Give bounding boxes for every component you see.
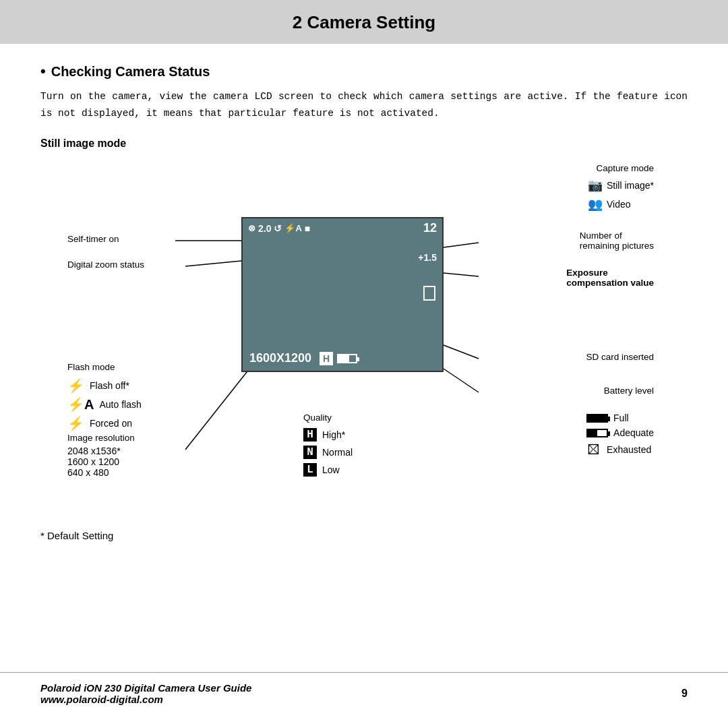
quality-low-label: Low (322, 464, 340, 475)
res2: 1600 x 1200 (67, 456, 135, 467)
number-remaining-label: Number of remaining pictures (580, 231, 654, 251)
number-of-label: Number of (580, 231, 654, 241)
battery-full-label: Full (613, 413, 629, 423)
remaining-pictures-label: remaining pictures (580, 241, 654, 251)
flash-off-item: ⚡ Flash off* (67, 377, 142, 394)
flash-off-label: Flash off* (90, 380, 129, 391)
svg-line-4 (444, 273, 479, 276)
diagram-area: Capture mode 📷 Still image* 👥 Video ⊗ 2.… (40, 163, 688, 514)
forced-on-item: ⚡ Forced on (67, 415, 142, 431)
quality-normal: N Normal (303, 446, 353, 459)
still-image-heading: Still image mode (40, 138, 688, 150)
lcd-resolution: 1600X1200 (249, 351, 311, 365)
svg-line-6 (444, 369, 479, 392)
page-footer: Polaroid iON 230 Digital Camera User Gui… (0, 672, 728, 715)
svg-line-5 (444, 345, 479, 359)
flash-auto-icon: ⚡A (284, 223, 301, 233)
quality-label: Quality (303, 413, 353, 423)
forced-on-label: Forced on (90, 418, 132, 429)
auto-flash-label: Auto flash (99, 399, 141, 410)
svg-line-2 (185, 369, 249, 450)
battery-adequate-icon (586, 429, 608, 437)
sd-card-lcd-icon (423, 286, 435, 301)
capture-mode-label: Capture mode (596, 163, 654, 173)
page-title: 2 Camera Setting (0, 12, 728, 33)
battery-exhausted-label: Exhausted (607, 444, 651, 455)
camera-icon: 📷 (588, 178, 603, 193)
page-header: 2 Camera Setting (0, 0, 728, 44)
res3: 640 x 480 (67, 467, 135, 478)
quality-section: Quality H High* N Normal L Low (303, 413, 353, 481)
svg-line-1 (185, 261, 241, 266)
timer-icon: ↺ (274, 223, 282, 234)
digital-zoom-label: Digital zoom status (67, 260, 144, 270)
resolution-section: Image resolution 2048 x1536* 1600 x 1200… (67, 433, 135, 478)
lcd-h-quality-icon: H (320, 352, 333, 365)
intro-text: Turn on the camera, view the camera LCD … (40, 88, 688, 121)
self-timer-label: Self-timer on (67, 234, 119, 244)
still-image-label: Still image* (607, 180, 654, 191)
image-resolution-heading: Image resolution (67, 433, 135, 443)
flash-mode-heading: Flash mode (67, 362, 142, 372)
battery-adequate-label: Adequate (613, 427, 654, 438)
auto-flash-icon: ⚡A (67, 396, 94, 413)
forced-on-icon: ⚡ (67, 415, 84, 431)
battery-adequate-item: Adequate (586, 427, 654, 438)
footer-website: www.polaroid-digital.com (40, 694, 251, 705)
battery-lcd-icon (337, 354, 357, 363)
camera-lcd-icon: ■ (305, 223, 310, 234)
res1: 2048 x1536* (67, 446, 135, 456)
battery-fill (338, 355, 349, 362)
capture-item-still: 📷 Still image* (588, 178, 654, 193)
lcd-icons: ⊗ 2.0 ↺ ⚡A ■ (248, 223, 310, 234)
main-content: Checking Camera Status Turn on the camer… (0, 63, 728, 541)
lcd-top-bar: ⊗ 2.0 ↺ ⚡A ■ 12 (243, 218, 442, 238)
svg-line-3 (444, 243, 479, 247)
footer-page-number: 9 (681, 688, 688, 700)
quality-n-icon: N (303, 446, 317, 459)
flash-section: Flash mode ⚡ Flash off* ⚡A Auto flash ⚡ … (67, 362, 142, 434)
battery-full-item: Full (586, 413, 654, 423)
quality-high-label: High* (322, 429, 345, 440)
zoom-value: 2.0 (258, 223, 271, 234)
zoom-icon: ⊗ (248, 223, 255, 233)
battery-exhausted-icon: ⛝ (586, 442, 601, 457)
video-label: Video (607, 199, 631, 210)
quality-high: H High* (303, 428, 353, 442)
battery-full-icon (586, 414, 608, 423)
sd-card-label: SD card inserted (586, 352, 654, 362)
exposure-label: Exposure compensation value (566, 268, 654, 288)
quality-h-icon: H (303, 428, 317, 442)
compensation-text: compensation value (566, 278, 654, 288)
footer-brand: Polaroid iON 230 Digital Camera User Gui… (40, 682, 251, 694)
lcd-bottom-bar: 1600X1200 H (243, 351, 442, 365)
lcd-remaining-count: 12 (423, 221, 437, 235)
footer-left: Polaroid iON 230 Digital Camera User Gui… (40, 682, 251, 705)
capture-item-video: 👥 Video (588, 197, 654, 212)
lcd-exposure: +1.5 (418, 252, 437, 263)
battery-level-label: Battery level (604, 386, 654, 396)
lcd-bottom-icons: H (320, 352, 357, 365)
quality-l-icon: L (303, 463, 317, 477)
section-title: Checking Camera Status (40, 63, 688, 80)
capture-mode-items: 📷 Still image* 👥 Video (588, 178, 654, 212)
video-icon: 👥 (588, 197, 603, 212)
default-setting: * Default Setting (40, 530, 688, 541)
quality-low: L Low (303, 463, 353, 477)
auto-flash-item: ⚡A Auto flash (67, 396, 142, 413)
exposure-text: Exposure (566, 268, 654, 278)
battery-section: Full Adequate ⛝ Exhausted (586, 413, 654, 461)
lcd-screen: ⊗ 2.0 ↺ ⚡A ■ 12 +1.5 1600X1200 H (241, 217, 444, 372)
battery-exhausted-item: ⛝ Exhausted (586, 442, 654, 457)
flash-off-icon: ⚡ (67, 377, 84, 394)
quality-normal-label: Normal (322, 447, 353, 458)
